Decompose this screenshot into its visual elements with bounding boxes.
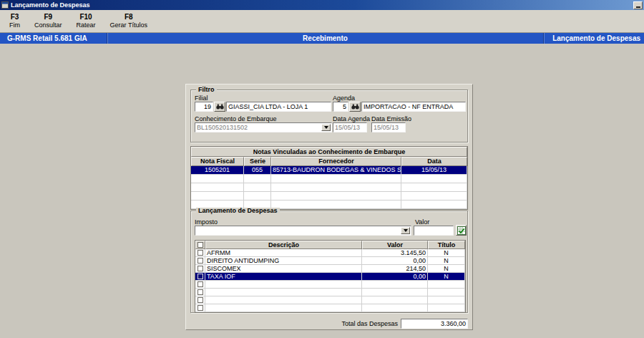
despesa-row[interactable]: DIREITO ANTIDUMPING 0,00 N	[195, 257, 465, 265]
row-checkbox[interactable]	[197, 305, 203, 311]
valor-cell: 0,00	[362, 273, 428, 281]
header-bar: G-RMS Retail 5.681 GIA Recebimento Lança…	[0, 33, 644, 44]
app-icon	[1, 1, 9, 9]
data-emissao-label: Data Emissão	[371, 115, 411, 122]
descricao-cell: TAXA IOF	[205, 273, 362, 281]
titulo-cell: N	[428, 257, 465, 265]
despesas-table-header: Descrição Valor Título	[195, 241, 465, 249]
col-nota-fiscal: Nota Fiscal	[191, 157, 244, 166]
despesa-row[interactable]: AFRMM 3.145,50 N	[195, 249, 465, 257]
row-checkbox[interactable]	[197, 289, 203, 295]
despesas-groupbox: Lançamento de Despesas Imposto Valor	[190, 211, 468, 313]
chevron-down-icon[interactable]	[321, 124, 331, 131]
despesa-row-empty[interactable]	[195, 289, 465, 296]
data-agenda-label: Data Agenda	[333, 115, 370, 122]
valor-cell: 0,00	[362, 257, 428, 265]
binoculars-icon	[216, 104, 224, 110]
confirm-expense-button[interactable]	[456, 225, 467, 236]
minimize-icon	[636, 6, 640, 8]
notas-table-header: Nota Fiscal Serie Fornecedor Data	[191, 157, 467, 166]
toolbar-button-fim[interactable]: F3 Fim	[6, 12, 24, 30]
nota-row-empty[interactable]	[191, 183, 467, 192]
chevron-down-icon[interactable]	[401, 227, 410, 234]
data-cell: 15/05/13	[401, 166, 467, 175]
toolbar-key: F9	[44, 13, 52, 21]
toolbar-label: Gerar Títulos	[110, 21, 147, 29]
titulo-cell: N	[428, 265, 465, 273]
col-valor: Valor	[362, 241, 428, 249]
binoculars-icon	[351, 104, 359, 110]
agenda-name-field[interactable]: IMPORTACAO - NF ENTRADA	[361, 102, 466, 112]
filial-lookup-button[interactable]	[214, 102, 225, 112]
row-checkbox[interactable]	[197, 274, 203, 279]
descricao-cell: SISCOMEX	[205, 265, 362, 273]
app-window: Lançamento de Despesas F3 Fim F9 Consult…	[0, 0, 644, 338]
row-checkbox[interactable]	[197, 258, 203, 264]
toolbar-button-ratear[interactable]: F10 Ratear	[73, 12, 99, 30]
window-title: Lançamento de Despesas	[11, 0, 633, 10]
despesa-row-selected[interactable]: TAXA IOF 0,00 N	[195, 273, 465, 281]
col-serie: Serie	[244, 157, 271, 166]
total-field: 3.360,00	[401, 319, 468, 329]
agenda-label: Agenda	[333, 95, 355, 102]
nota-row[interactable]: 1505201 055 85713-BAUDRON BODEGAS & VINE…	[191, 166, 467, 175]
descricao-cell: AFRMM	[205, 249, 362, 257]
agenda-lookup-button[interactable]	[349, 102, 361, 112]
toolbar-label: Ratear	[77, 21, 96, 29]
valor-cell: 214,50	[362, 265, 428, 273]
nota-row-empty[interactable]	[191, 192, 467, 201]
select-all-checkbox[interactable]	[197, 242, 203, 248]
despesa-row-empty[interactable]	[195, 296, 465, 304]
agenda-code-field[interactable]: 5	[333, 102, 348, 112]
filtro-title: Filtro	[196, 87, 217, 93]
toolbar-key: F3	[11, 13, 19, 21]
nota-row-empty[interactable]	[191, 175, 467, 183]
filial-code-field[interactable]: 19	[195, 102, 213, 112]
col-data: Data	[401, 157, 467, 166]
data-agenda-field: 15/05/13	[333, 122, 367, 132]
filial-label: Filial	[195, 95, 208, 102]
window-control-button[interactable]	[633, 1, 643, 9]
header-screen-label: Lançamento de Despesas	[544, 33, 644, 44]
row-checkbox[interactable]	[197, 250, 203, 256]
toolbar-button-consultar[interactable]: F9 Consultar	[31, 12, 66, 30]
row-checkbox[interactable]	[197, 281, 203, 287]
main-panel: Filtro Filial 19 GIASSI_CIA LTDA - LOJA …	[185, 84, 473, 330]
toolbar-key: F10	[79, 13, 92, 21]
despesa-row[interactable]: SISCOMEX 214,50 N	[195, 265, 465, 273]
conhecimento-value: BL150520131502	[197, 124, 248, 131]
row-checkbox[interactable]	[197, 266, 203, 271]
header-app-label: G-RMS Retail 5.681 GIA	[0, 33, 107, 44]
toolbar-label: Consultar	[34, 21, 62, 29]
fornecedor-cell: 85713-BAUDRON BODEGAS & VINEDOS S.A	[271, 166, 401, 175]
toolbar-label: Fim	[9, 21, 20, 29]
despesa-row-empty[interactable]	[195, 281, 465, 289]
notas-table: Notas Vinculadas ao Conhecimento de Emba…	[190, 146, 468, 210]
valor-label: Valor	[415, 218, 429, 226]
despesas-table: Descrição Valor Título AFRMM 3.145,50 N …	[195, 240, 466, 313]
col-descricao: Descrição	[205, 241, 362, 249]
data-emissao-field: 15/05/13	[371, 122, 406, 132]
serie-cell: 055	[244, 166, 271, 175]
despesas-title: Lançamento de Despesas	[196, 208, 280, 214]
total-label: Total das Despesas	[263, 320, 398, 327]
window-titlebar[interactable]: Lançamento de Despesas	[0, 0, 644, 10]
valor-cell: 3.145,50	[362, 249, 428, 257]
toolbar: F3 Fim F9 Consultar F10 Ratear F8 Gerar …	[0, 10, 644, 33]
imposto-label: Imposto	[195, 218, 218, 226]
filial-name-field[interactable]: GIASSI_CIA LTDA - LOJA 1	[226, 102, 331, 112]
nota-fiscal-cell: 1505201	[191, 166, 244, 175]
conhecimento-combobox[interactable]: BL150520131502	[195, 122, 332, 132]
toolbar-button-gerar-titulos[interactable]: F8 Gerar Títulos	[107, 12, 151, 30]
col-fornecedor: Fornecedor	[271, 157, 401, 166]
header-module-label: Recebimento	[107, 33, 544, 44]
despesa-row-empty[interactable]	[195, 304, 465, 312]
titulo-cell: N	[428, 273, 465, 281]
imposto-combobox[interactable]	[195, 226, 411, 236]
row-checkbox[interactable]	[197, 297, 203, 303]
descricao-cell: DIREITO ANTIDUMPING	[205, 257, 362, 265]
toolbar-key: F8	[125, 13, 133, 21]
valor-input[interactable]	[414, 226, 454, 236]
col-titulo: Título	[428, 241, 465, 249]
notas-table-title: Notas Vinculadas ao Conhecimento de Emba…	[191, 147, 467, 157]
